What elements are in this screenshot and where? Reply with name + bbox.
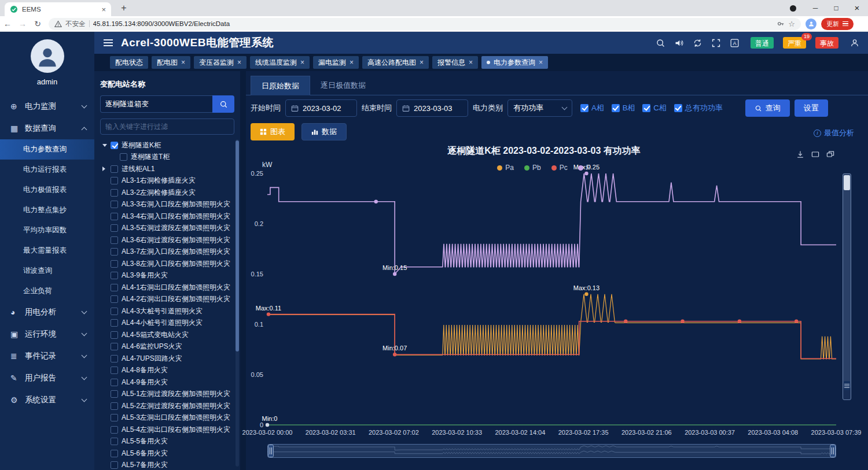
fullscreen-icon[interactable] bbox=[711, 38, 721, 48]
sidebar-subitem-6[interactable]: 最大需量报表 bbox=[0, 240, 94, 261]
checkbox-icon[interactable] bbox=[111, 224, 118, 232]
checkbox-icon[interactable] bbox=[111, 379, 118, 386]
checkbox-icon[interactable] bbox=[111, 272, 118, 279]
tree-item-6[interactable]: AL3-3右洞入口段左侧加强照明火灾 bbox=[100, 199, 234, 211]
tree-item-11[interactable]: AL3-8左洞入口段右侧加强照明火灾 bbox=[100, 258, 234, 270]
sidebar-subitem-2[interactable]: 电力运行报表 bbox=[0, 160, 94, 180]
datazoom-handle-right[interactable] bbox=[830, 445, 836, 457]
tree-item-12[interactable]: AL3-9备用火灾 bbox=[100, 270, 234, 282]
phase-checkbox-3[interactable]: C相 bbox=[642, 103, 666, 113]
start-date-input[interactable]: 2023-03-02 bbox=[285, 99, 357, 117]
checkbox-icon[interactable] bbox=[111, 189, 118, 197]
language-icon[interactable]: A bbox=[730, 38, 740, 48]
checkbox-icon[interactable] bbox=[111, 355, 118, 362]
station-search-input[interactable] bbox=[100, 95, 212, 113]
close-tab-icon[interactable]: × bbox=[420, 58, 424, 66]
checkbox-icon[interactable] bbox=[111, 450, 118, 457]
legend-item-P[interactable]: P bbox=[578, 164, 591, 172]
tree-item-19[interactable]: AL4-7UPS回路火灾 bbox=[100, 353, 234, 365]
tree-item-18[interactable]: AL4-6监控UPS火灾 bbox=[100, 341, 234, 353]
nav-tab-6[interactable]: 高速公路配电图× bbox=[362, 56, 429, 69]
nav-tab-7[interactable]: 报警信息× bbox=[432, 56, 478, 69]
sidebar-item-5[interactable]: ≣事件记录 bbox=[0, 345, 94, 367]
tree-item-15[interactable]: AL4-3大桩号引道照明火灾 bbox=[100, 305, 234, 317]
tab-daily-extreme-data[interactable]: 逐日极值数据 bbox=[310, 76, 376, 95]
datazoom-slider[interactable] bbox=[267, 444, 836, 458]
browser-tab[interactable]: EEMS × bbox=[5, 2, 111, 16]
sidebar-item-4[interactable]: ▣运行环境 bbox=[0, 323, 94, 345]
close-tab-icon[interactable]: × bbox=[101, 5, 106, 14]
power-type-select[interactable]: 有功功率 bbox=[507, 99, 572, 117]
browser-update-button[interactable]: 更新 bbox=[821, 18, 854, 30]
alarm-badge-1[interactable]: 普通 bbox=[751, 37, 774, 49]
extreme-analysis-link[interactable]: i 最值分析 bbox=[814, 128, 854, 138]
close-tab-icon[interactable]: × bbox=[469, 58, 473, 66]
checkbox-icon[interactable] bbox=[111, 343, 118, 350]
checkbox-icon[interactable] bbox=[111, 426, 118, 434]
forward-icon[interactable]: → bbox=[15, 19, 30, 28]
tab-daily-raw-data[interactable]: 日原始数据 bbox=[251, 76, 310, 95]
bookmark-star-icon[interactable]: ☆ bbox=[788, 20, 795, 28]
legend-item-Pa[interactable]: Pa bbox=[497, 164, 514, 172]
sidebar-subitem-5[interactable]: 平均功率因数 bbox=[0, 220, 94, 240]
checkbox-icon[interactable] bbox=[111, 295, 118, 303]
tree-item-21[interactable]: AL4-9备用火灾 bbox=[100, 376, 234, 388]
tree-item-9[interactable]: AL3-6右洞过渡段右侧加强照明火灾 bbox=[100, 234, 234, 246]
data-view-button[interactable]: 数据 bbox=[301, 123, 347, 140]
new-tab-button[interactable]: + bbox=[117, 3, 130, 13]
query-button[interactable]: 查询 bbox=[745, 99, 790, 117]
alarm-badge-2[interactable]: 严重19 bbox=[783, 37, 806, 49]
tree-item-7[interactable]: AL3-4右洞入口段右侧加强照明火灾 bbox=[100, 210, 234, 223]
tree-item-8[interactable]: AL3-5右洞过渡段左侧加强照明火灾 bbox=[100, 223, 234, 235]
caret-down-icon[interactable] bbox=[102, 144, 107, 147]
refresh-icon[interactable] bbox=[693, 38, 703, 48]
checkbox-icon[interactable] bbox=[111, 236, 118, 244]
close-tab-icon[interactable]: × bbox=[237, 58, 241, 66]
tree-scrollbar-thumb[interactable] bbox=[236, 140, 239, 351]
phase-checkbox-2[interactable]: B相 bbox=[612, 103, 635, 113]
checkbox-icon[interactable] bbox=[111, 390, 118, 398]
reload-icon[interactable]: ↻ bbox=[30, 19, 45, 28]
close-tab-icon[interactable]: × bbox=[181, 58, 185, 66]
menu-toggle-icon[interactable] bbox=[104, 38, 114, 48]
tree-item-17[interactable]: AL4-5箱式变电站火灾 bbox=[100, 329, 234, 341]
nav-tab-3[interactable]: 变压器监测× bbox=[194, 56, 247, 69]
tree-item-16[interactable]: AL4-4小桩号引道照明火灾 bbox=[100, 317, 234, 330]
sidebar-subitem-8[interactable]: 企业负荷 bbox=[0, 281, 94, 301]
tree-item-23[interactable]: AL5-2左洞过渡段右侧加强照明火灾 bbox=[100, 400, 234, 412]
legend-item-Pb[interactable]: Pb bbox=[524, 164, 541, 172]
tree-filter-input[interactable] bbox=[100, 119, 234, 135]
checkbox-icon[interactable] bbox=[111, 165, 118, 173]
y-zoom-slider[interactable] bbox=[843, 173, 851, 400]
tree-item-24[interactable]: AL5-3左洞出口段左侧加强照明火灾 bbox=[100, 412, 234, 424]
minimize-button[interactable]: ─ bbox=[804, 0, 826, 16]
checkbox-icon[interactable] bbox=[111, 308, 118, 315]
search-icon[interactable] bbox=[656, 38, 665, 48]
user-icon[interactable] bbox=[849, 38, 860, 48]
browser-profile-avatar[interactable] bbox=[806, 18, 816, 29]
tree-item-26[interactable]: AL5-5备用火灾 bbox=[100, 436, 234, 448]
back-icon[interactable]: ← bbox=[0, 19, 15, 28]
sidebar-subitem-1[interactable]: 电力参数查询 bbox=[0, 139, 94, 160]
tree-item-5[interactable]: AL3-2左洞检修插座火灾 bbox=[100, 187, 234, 199]
chart-view-button[interactable]: 图表 bbox=[251, 123, 295, 140]
checkbox-icon[interactable] bbox=[111, 201, 118, 208]
nav-tab-1[interactable]: 配电状态 bbox=[110, 56, 148, 69]
end-date-input[interactable]: 2023-03-03 bbox=[396, 99, 468, 117]
restore-icon[interactable] bbox=[826, 150, 835, 159]
sidebar-item-6[interactable]: ✎用户报告 bbox=[0, 367, 94, 389]
caret-right-icon[interactable] bbox=[102, 166, 105, 171]
checkbox-icon[interactable] bbox=[111, 367, 118, 374]
tree-item-27[interactable]: AL5-6备用火灾 bbox=[100, 447, 234, 460]
phase-checkbox-4[interactable]: 总有功功率 bbox=[674, 103, 723, 113]
checkbox-icon[interactable] bbox=[111, 438, 118, 445]
close-tab-icon[interactable]: × bbox=[300, 58, 304, 66]
checkbox-icon[interactable] bbox=[111, 402, 118, 410]
legend-item-Pc[interactable]: Pc bbox=[551, 164, 568, 172]
nav-tab-5[interactable]: 漏电监测× bbox=[313, 56, 359, 69]
tree-item-22[interactable]: AL5-1左洞过渡段左侧加强照明火灾 bbox=[100, 388, 234, 401]
maximize-button[interactable]: □ bbox=[825, 0, 847, 16]
close-window-button[interactable]: × bbox=[846, 0, 868, 16]
tree-item-20[interactable]: AL4-8备用火灾 bbox=[100, 365, 234, 377]
nav-tab-4[interactable]: 线缆温度监测× bbox=[250, 56, 310, 69]
